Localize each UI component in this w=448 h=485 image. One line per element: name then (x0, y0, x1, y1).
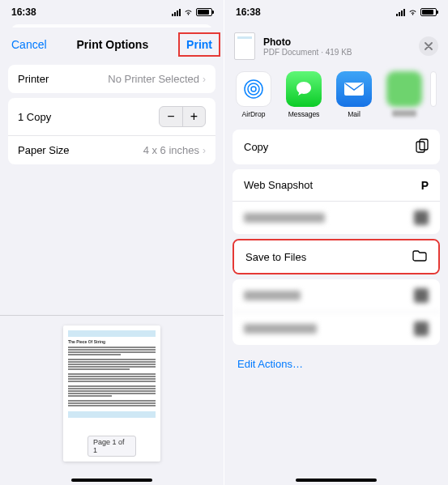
sheet-title: Print Options (77, 38, 149, 51)
print-sheet: Cancel Print Options Print Printer No Pr… (0, 28, 224, 485)
copy-action[interactable]: Copy (233, 130, 440, 164)
doc-title: The Piece Of String (68, 339, 156, 344)
copies-row: 1 Copy − + (8, 98, 215, 136)
file-meta: PDF Document · 419 KB (263, 48, 411, 57)
stepper-plus-button[interactable]: + (182, 107, 205, 126)
status-time: 16:38 (11, 6, 36, 18)
file-info: Photo PDF Document · 419 KB (263, 36, 411, 57)
save-to-files-highlight: Save to Files (233, 239, 440, 274)
svg-point-1 (248, 83, 259, 95)
home-indicator[interactable] (71, 479, 152, 482)
copies-label: 1 Copy (18, 111, 51, 123)
status-icons (396, 8, 437, 16)
document-preview[interactable]: The Piece Of String Page 1 of 1 (63, 325, 160, 462)
blurred-action-1[interactable] (233, 202, 440, 234)
action-list-1: Copy (233, 130, 440, 164)
mail-target[interactable]: Mail (336, 71, 372, 118)
messages-label: Messages (288, 110, 320, 118)
airdrop-target[interactable]: AirDrop (236, 71, 271, 118)
airdrop-icon (236, 71, 271, 107)
blurred-action-3[interactable] (233, 313, 440, 345)
web-snapshot-action[interactable]: Web Snapshot P (233, 169, 440, 202)
blurred-target[interactable] (386, 71, 422, 118)
sheet-header: Cancel Print Options Print (0, 28, 224, 60)
mail-label: Mail (348, 110, 361, 118)
share-targets[interactable]: AirDrop Messages Mail (224, 63, 448, 125)
save-to-files-action[interactable]: Save to Files (234, 240, 438, 273)
printer-value: No Printer Selected › (108, 73, 206, 85)
chevron-right-icon: › (203, 145, 206, 156)
status-time: 16:38 (236, 6, 261, 18)
share-header: Photo PDF Document · 419 KB (224, 26, 448, 63)
printer-row[interactable]: Printer No Printer Selected › (8, 65, 215, 93)
battery-icon (196, 8, 212, 16)
preview-area: The Piece Of String Page 1 of 1 (0, 315, 224, 485)
copies-stepper: − + (159, 106, 206, 127)
wifi-icon (407, 8, 418, 16)
file-thumbnail-icon (234, 32, 255, 60)
blurred-label (392, 110, 416, 117)
mail-icon (336, 71, 372, 107)
signal-icon (396, 9, 405, 16)
messages-icon (286, 71, 322, 107)
web-snapshot-icon: P (421, 179, 429, 192)
blurred-action-2[interactable] (233, 279, 440, 313)
printer-section: Printer No Printer Selected › (8, 65, 215, 93)
partial-target-icon[interactable] (430, 71, 437, 107)
paper-size-value: 4 x 6 inches › (143, 144, 206, 156)
blurred-app-icon (386, 71, 422, 107)
paper-size-row[interactable]: Paper Size 4 x 6 inches › (8, 136, 215, 164)
paper-size-label: Paper Size (18, 144, 70, 156)
cancel-button[interactable]: Cancel (11, 38, 47, 51)
battery-icon (420, 8, 437, 16)
left-phone-print-options: 16:38 Cancel Print Options Print Printer… (0, 0, 224, 485)
right-phone-share-sheet: 16:38 Photo PDF Document · 419 KB (224, 0, 448, 485)
print-button-highlight: Print (178, 32, 220, 57)
share-sheet: Photo PDF Document · 419 KB AirDrop Mess… (224, 26, 448, 485)
svg-rect-4 (416, 142, 425, 152)
action-list-2: Web Snapshot P (233, 169, 440, 234)
airdrop-label: AirDrop (242, 110, 266, 118)
save-to-files-label: Save to Files (245, 251, 306, 263)
chevron-right-icon: › (203, 74, 206, 85)
messages-target[interactable]: Messages (286, 71, 322, 118)
signal-icon (172, 9, 181, 16)
stepper-minus-button[interactable]: − (160, 107, 182, 126)
status-icons (172, 8, 212, 16)
file-name: Photo (263, 36, 411, 48)
options-section: 1 Copy − + Paper Size 4 x 6 inches › (8, 98, 215, 164)
copy-icon (416, 138, 429, 155)
action-list-3 (233, 279, 440, 345)
page-badge: Page 1 of 1 (87, 436, 136, 457)
edit-actions-button[interactable]: Edit Actions… (224, 350, 448, 378)
close-icon (425, 42, 433, 50)
web-snapshot-label: Web Snapshot (244, 179, 313, 191)
statusbar: 16:38 (224, 0, 448, 24)
svg-rect-5 (420, 139, 428, 150)
statusbar: 16:38 (0, 0, 224, 24)
folder-icon (412, 250, 427, 264)
wifi-icon (183, 8, 194, 16)
print-button[interactable]: Print (186, 38, 212, 51)
copy-label: Copy (244, 141, 268, 153)
close-button[interactable] (419, 36, 438, 56)
printer-label: Printer (18, 73, 49, 85)
svg-point-0 (251, 87, 256, 91)
home-indicator[interactable] (296, 479, 377, 482)
